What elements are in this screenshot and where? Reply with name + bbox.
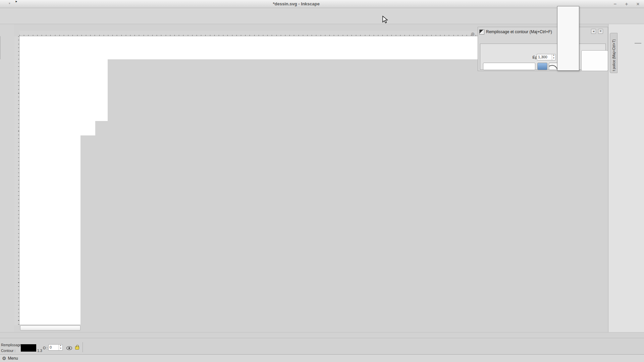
fill-label: Remplissage :	[1, 343, 23, 347]
panel-close-button[interactable]: ✕	[598, 29, 603, 34]
taskbar: ⚙ Menu i FR B ◀))) lun. 18 mars, 21:52	[0, 354, 644, 362]
menubar	[0, 8, 644, 15]
ruler-corner-zoom-icon[interactable]: ◎	[471, 32, 474, 36]
stale-gray-region	[108, 59, 478, 332]
selector-toolbar	[0, 15, 644, 24]
join-style-button[interactable]	[537, 63, 547, 70]
opacity-spinbox[interactable]: 0 ▲▼	[48, 344, 63, 351]
titlebar: ▾ *dessin.svg - Inkscape − + ×	[0, 0, 644, 8]
cap-style-button[interactable]	[549, 63, 558, 70]
opacity-label: O :	[43, 346, 48, 350]
vertical-ruler[interactable]	[14, 36, 19, 325]
window-title: *dessin.svg - Inkscape	[273, 1, 319, 6]
right-dock-strip	[608, 24, 644, 354]
thickness-spinbox[interactable]: 1,300 ▲▼	[537, 54, 556, 60]
stale-gray-panel-region	[478, 71, 608, 332]
stroke-width-value: 1.3	[37, 349, 42, 353]
menu-label: Menu	[8, 356, 18, 361]
stroke-label: Contour :	[1, 349, 15, 353]
statusbar-separator	[83, 342, 83, 352]
close-button[interactable]: ×	[635, 1, 641, 7]
fill-stroke-swatch[interactable]	[21, 344, 36, 352]
taskbar-menu-button[interactable]: ⚙ Menu	[0, 355, 21, 362]
marker-dropdown-list	[557, 6, 579, 71]
window-menu-hint-icon[interactable]: ▾	[9, 2, 10, 5]
maximize-button[interactable]: +	[623, 1, 630, 7]
statusbar: Remplissage : Contour : 1.3 O : 0 ▲▼	[0, 338, 644, 354]
minimize-button[interactable]: −	[612, 1, 619, 7]
canvas-white-step1	[80, 36, 95, 135]
fill-stroke-panel-title: Remplissage et contour (Maj+Ctrl+F)	[486, 29, 552, 34]
dock-tab-text-font[interactable]: t police (Maj+Ctrl+T)	[610, 33, 618, 73]
horizontal-scrollbar[interactable]	[20, 325, 80, 330]
toolbox	[0, 24, 14, 354]
gear-icon: ⚙	[2, 356, 6, 361]
horizontal-ruler[interactable]	[19, 31, 478, 36]
canvas-white-step2	[95, 36, 108, 121]
color-palette	[0, 332, 644, 338]
panel-content-area	[581, 50, 608, 71]
layer-lock-icon[interactable]	[75, 346, 79, 350]
canvas-white-column	[19, 36, 80, 324]
stale-gray-step2	[80, 135, 95, 332]
stale-gray-step1	[95, 121, 108, 332]
fill-stroke-panel-icon	[479, 29, 484, 35]
ruler-position-marker: ►	[15, 0, 18, 3]
panel-restore-button[interactable]: ◂	[591, 29, 596, 34]
dash-pattern-combo[interactable]	[483, 63, 535, 70]
mouse-cursor	[382, 16, 389, 24]
snapbar-divider	[635, 43, 641, 44]
page-border-right	[0, 36, 0, 59]
dock-tab-label: t police (Maj+Ctrl+T)	[612, 34, 616, 71]
layer-visibility-icon[interactable]	[66, 346, 72, 350]
